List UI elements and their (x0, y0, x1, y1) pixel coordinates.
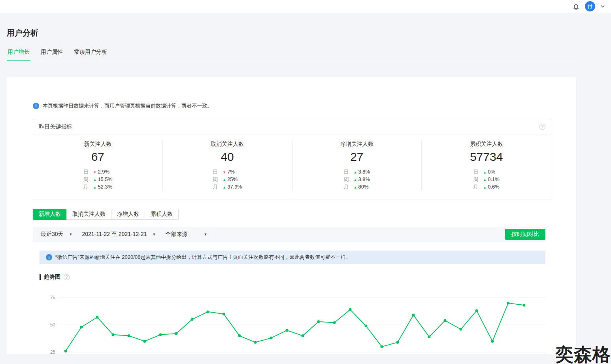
compare-by-time-button[interactable]: 按时间对比 (505, 229, 545, 240)
tab-bar: 用户增长 用户属性 常读用户分析 (7, 49, 576, 61)
date-range-dropdown[interactable]: 2021-11-22 至 2021-12-21 ▼ (77, 231, 161, 238)
page-title: 用户分析 (7, 28, 611, 38)
segment-unfollowers[interactable]: 取消关注人数 (66, 209, 111, 220)
up-arrow-icon: ▲ (483, 178, 487, 182)
caret-down-icon: ▼ (69, 232, 73, 236)
segment-total[interactable]: 累积人数 (145, 209, 179, 220)
period-label: 日 (473, 169, 478, 175)
date-preset-value: 最近30天 (41, 231, 64, 238)
metric-value: 40 (163, 150, 292, 164)
trend-pct: 0.6% (488, 184, 500, 190)
trend-pct: 0.1% (488, 176, 500, 182)
content-card: i 本页根据昨日数据来计算，而用户管理页根据当前数据计算，两者不一致。 昨日关键… (7, 77, 576, 354)
period-label: 月 (344, 184, 349, 190)
trend-line-chart: 255075 (40, 286, 547, 364)
tab-user-attributes[interactable]: 用户属性 (40, 49, 64, 61)
banner-text: “微信广告”来源的新增关注在 2020/06起从其他中拆分给出，计算方式与广告主… (55, 254, 351, 261)
trend-pct: 2.9% (98, 169, 109, 175)
metric-trend-rows: 日▼7% 周▲25% 月▲37.9% (213, 168, 242, 191)
page-notice-text: 本页根据昨日数据来计算，而用户管理页根据当前数据计算，两者不一致。 (43, 102, 212, 109)
trend-pct: 7% (227, 169, 235, 175)
down-arrow-icon: ▼ (223, 170, 226, 174)
svg-text:75: 75 (50, 295, 56, 300)
period-label: 周 (213, 176, 218, 182)
notification-bell-icon[interactable] (572, 3, 579, 10)
tab-regular-readers[interactable]: 常读用户分析 (73, 49, 108, 61)
segment-new-followers[interactable]: 新增人数 (33, 209, 67, 220)
metric-label: 累积关注人数 (422, 141, 551, 148)
key-metrics-panel: 昨日关键指标 ? 新关注人数 67 日▼2.9% 周▲15.5% 月▲52.3%… (33, 119, 551, 200)
up-arrow-icon: ▲ (223, 178, 226, 182)
key-metrics-header: 昨日关键指标 ? (33, 119, 551, 134)
filter-bar: 最近30天 ▼ 2021-11-22 至 2021-12-21 ▼ 全部来源 ▼… (33, 227, 545, 242)
trend-chart: 255075 (40, 286, 551, 364)
trend-help-icon[interactable]: ? (64, 274, 70, 280)
trend-pct: 25% (227, 176, 238, 182)
info-icon: i (46, 254, 52, 260)
metric-label: 净增关注人数 (292, 141, 422, 148)
up-arrow-icon: ▲ (93, 178, 96, 182)
down-arrow-icon: ▼ (93, 170, 96, 174)
info-icon: i (33, 103, 39, 109)
page-notice: i 本页根据昨日数据来计算，而用户管理页根据当前数据计算，两者不一致。 (33, 102, 551, 109)
svg-text:25: 25 (50, 349, 56, 355)
period-label: 日 (83, 169, 88, 175)
tab-user-growth[interactable]: 用户增长 (7, 49, 30, 61)
section-bar (40, 274, 41, 280)
metric-label: 新关注人数 (33, 141, 162, 148)
trend-title: 趋势图 (44, 273, 60, 281)
trend-pct: 52.3% (98, 184, 112, 190)
metric-total-followers: 累积关注人数 57734 日▲0% 周▲0.1% 月▲0.6% (421, 141, 551, 191)
chevron-down-icon[interactable] (601, 4, 605, 8)
period-label: 周 (344, 176, 349, 182)
source-value: 全部来源 (165, 231, 187, 238)
wechat-ads-banner: i “微信广告”来源的新增关注在 2020/06起从其他中拆分给出，计算方式与广… (40, 251, 545, 264)
up-arrow-icon: ▲ (354, 170, 357, 174)
up-arrow-icon: ▲ (223, 185, 226, 189)
caret-down-icon: ▼ (152, 232, 156, 236)
period-label: 月 (473, 184, 478, 190)
metric-trend-rows: 日▼2.9% 周▲15.5% 月▲52.3% (83, 168, 112, 191)
metric-value: 27 (292, 150, 422, 164)
trend-pct: 15.5% (98, 176, 112, 182)
up-arrow-icon: ▲ (93, 185, 96, 189)
metric-net-growth: 净增关注人数 27 日▲3.8% 周▲3.8% 月▲80% (292, 141, 422, 191)
metric-label: 取消关注人数 (163, 141, 292, 148)
period-label: 周 (473, 176, 478, 182)
key-metrics-title: 昨日关键指标 (39, 123, 72, 130)
avatar[interactable]: 付 (585, 1, 595, 11)
period-label: 月 (83, 184, 88, 190)
date-preset-dropdown[interactable]: 最近30天 ▼ (36, 231, 77, 238)
period-label: 月 (213, 184, 218, 190)
metric-value: 67 (33, 150, 162, 164)
trend-pct: 37.9% (227, 184, 242, 190)
metric-trend-rows: 日▲3.8% 周▲3.8% 月▲80% (344, 168, 370, 191)
help-icon[interactable]: ? (539, 124, 545, 130)
source-dropdown[interactable]: 全部来源 ▼ (160, 231, 212, 238)
trend-pct: 3.8% (358, 176, 370, 182)
trend-pct: 3.8% (358, 169, 370, 175)
key-metrics-body: 新关注人数 67 日▼2.9% 周▲15.5% 月▲52.3% 取消关注人数 4… (33, 134, 551, 200)
caret-down-icon: ▼ (204, 232, 207, 236)
topbar: 付 (0, 0, 611, 13)
metric-value: 57734 (422, 150, 551, 164)
trend-header: 趋势图 ? (40, 273, 551, 281)
metric-unfollowers: 取消关注人数 40 日▼7% 周▲25% 月▲37.9% (162, 141, 292, 191)
date-range-value: 2021-11-22 至 2021-12-21 (82, 231, 147, 238)
period-label: 日 (213, 169, 218, 175)
up-arrow-icon: ▲ (483, 185, 487, 189)
metric-new-followers: 新关注人数 67 日▼2.9% 周▲15.5% 月▲52.3% (33, 141, 162, 191)
segment-net-growth[interactable]: 净增人数 (111, 209, 145, 220)
trend-pct: 80% (358, 184, 369, 190)
up-arrow-icon: ▲ (354, 178, 357, 182)
trend-pct: 0% (488, 169, 495, 175)
metric-trend-rows: 日▲0% 周▲0.1% 月▲0.6% (473, 168, 500, 191)
up-arrow-icon: ▲ (354, 185, 357, 189)
period-label: 日 (344, 169, 349, 175)
up-arrow-icon: ▲ (483, 170, 487, 174)
svg-text:50: 50 (50, 322, 56, 328)
period-label: 周 (83, 176, 88, 182)
metric-segment-tabs: 新增人数 取消关注人数 净增人数 累积人数 (33, 209, 551, 220)
watermark: 奕森格 (555, 343, 611, 364)
